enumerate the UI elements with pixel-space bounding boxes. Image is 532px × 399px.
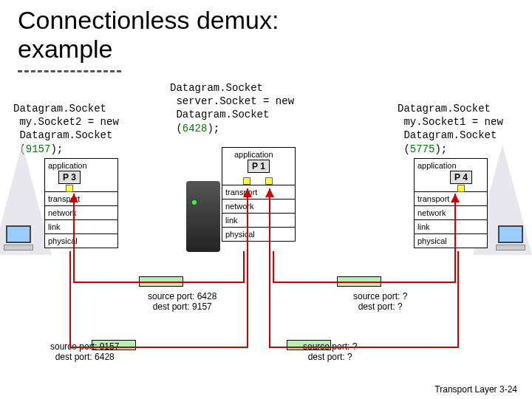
- layer-network: network: [44, 205, 118, 220]
- process-p1: P 1: [248, 160, 270, 173]
- packet-label: source port: ? dest port: ?: [353, 292, 407, 313]
- packet-label: source port: 6428 dest port: 9157: [148, 292, 216, 313]
- layer-transport: transport: [44, 191, 118, 206]
- packet-box: [337, 276, 381, 287]
- layer-application: application P 1: [222, 147, 296, 185]
- code-center: Datagram.Socket server.Socket = new Data…: [170, 81, 294, 135]
- layer-link: link: [222, 213, 296, 228]
- title-underline: [18, 70, 121, 72]
- layer-transport: transport: [414, 191, 488, 206]
- layer-application: application P 4: [414, 158, 488, 192]
- title-line1: Connectionless demux:: [18, 6, 279, 34]
- slide-title: Connectionless demux: example: [18, 6, 279, 64]
- slide-footer: Transport Layer 3-24: [434, 384, 517, 395]
- packet-label: source port: ? dest port: ?: [303, 342, 357, 363]
- layer-link: link: [44, 219, 118, 234]
- socket-dot: [66, 185, 73, 192]
- process-p4: P 4: [450, 171, 472, 184]
- socket-dot: [265, 177, 273, 185]
- layer-link: link: [414, 219, 488, 234]
- packet-box: [139, 276, 183, 287]
- layer-network: network: [222, 199, 296, 214]
- layer-physical: physical: [44, 233, 118, 248]
- socket-dot: [243, 177, 250, 185]
- layer-transport: transport: [222, 185, 296, 200]
- process-p3: P 3: [58, 171, 81, 184]
- stack-right: application P 4 transport network link p…: [414, 159, 488, 248]
- layer-network: network: [414, 205, 488, 220]
- title-line2: example: [18, 35, 113, 63]
- stack-left: application P 3 transport network link p…: [44, 159, 118, 248]
- stack-center: application P 1 transport network link p…: [222, 148, 296, 242]
- packet-label: source port: 9157 dest port: 6428: [50, 342, 119, 363]
- layer-physical: physical: [414, 233, 488, 248]
- pc-icon: [495, 225, 526, 255]
- server-icon: [186, 181, 220, 252]
- socket-dot: [457, 185, 465, 192]
- layer-physical: physical: [222, 227, 296, 242]
- layer-application: application P 3: [44, 158, 118, 192]
- pc-icon: [3, 225, 34, 255]
